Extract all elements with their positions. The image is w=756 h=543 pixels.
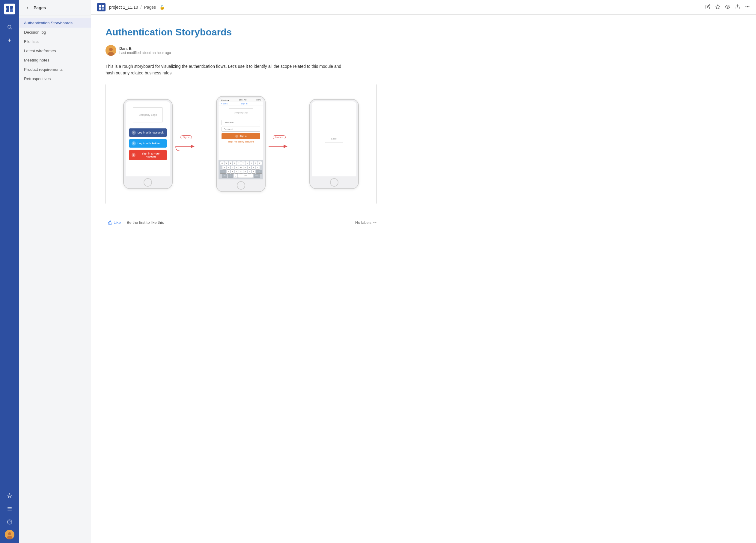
labels-edit-icon[interactable]: ✏ [373,220,377,225]
storyboard-container: Company Logo f Log in with Facebook t Lo… [106,84,377,204]
topbar-pages-link[interactable]: Pages [144,5,156,10]
phone2-company-logo: Company Logo [229,108,253,117]
svg-marker-30 [284,145,287,148]
key-c[interactable]: C [235,170,239,173]
key-e[interactable]: E [229,161,232,165]
first-like-text: Be the first to like this [127,220,164,225]
key-space[interactable]: space [238,174,253,177]
sidebar-item-file-lists[interactable]: File lists [19,37,91,46]
edit-page-icon[interactable] [705,4,710,10]
sidebar-item-retrospectives[interactable]: Retrospectives [19,74,91,83]
pin-icon[interactable] [4,490,15,501]
key-b[interactable]: B [243,170,247,173]
key-delete[interactable]: ⌫ [256,170,262,173]
twitter-icon: t [132,141,136,145]
svg-rect-16 [99,5,101,7]
key-shift[interactable]: ⇧ [220,170,226,173]
sidebar-item-latest-wireframes[interactable]: Latest wireframes [19,46,91,55]
key-t[interactable]: T [237,161,241,165]
key-q[interactable]: Q [220,161,224,165]
svg-point-21 [727,6,728,7]
pages-sidebar: Pages Authentication Storyboards Decisio… [19,0,91,543]
key-x[interactable]: X [231,170,234,173]
phone2-navbar: < Back Sign In [219,102,263,106]
key-j[interactable]: J [248,165,251,169]
topbar: project 1_11.10 / Pages 🔓 [91,0,756,15]
key-return[interactable]: return [254,174,260,177]
page-description: This is a rough storyboard for visualizi… [106,63,351,76]
key-i[interactable]: I [250,161,253,165]
svg-point-23 [746,6,746,7]
phone2-statusbar: Mosaic ☁ 12:51 AM 100% [219,98,263,102]
help-icon[interactable] [4,517,15,527]
phone2-password-input[interactable] [222,127,260,132]
back-button[interactable] [24,4,31,11]
svg-point-25 [749,6,749,7]
sidebar-item-decision-log[interactable]: Decision log [19,28,91,37]
key-g[interactable]: G [239,165,243,169]
pages-list: Authentication Storyboards Decision log … [19,16,91,86]
svg-rect-17 [102,5,104,7]
share-icon[interactable] [735,4,740,10]
key-n[interactable]: N [248,170,251,173]
phone2-home-button [237,181,245,189]
key-y[interactable]: Y [241,161,245,165]
star-icon[interactable] [715,4,720,10]
google-login-button[interactable]: G Sign in to Your Account [129,150,167,160]
svg-point-27 [109,48,113,51]
signin-btn-label: Sign in [240,135,246,137]
svg-line-5 [10,28,12,29]
facebook-login-button[interactable]: f Log in with Facebook [129,128,167,137]
key-f[interactable]: F [235,165,239,169]
svg-rect-1 [10,6,13,9]
key-r[interactable]: R [233,161,237,165]
svg-marker-29 [191,145,195,148]
like-button[interactable]: Like [106,219,123,226]
google-btn-label: Sign in to Your Account [137,152,164,158]
view-icon[interactable] [725,4,730,10]
key-123[interactable]: 123 [222,174,227,177]
key-w[interactable]: W [225,161,228,165]
phone2-content: Company Logo Sign in Help! I've lost my … [219,106,263,145]
key-s[interactable]: S [227,165,230,169]
list-icon[interactable] [4,503,15,514]
user-avatar[interactable] [5,530,14,539]
phone2-username-input[interactable] [222,120,260,125]
svg-rect-3 [10,9,13,12]
key-a[interactable]: A [222,165,226,169]
add-icon[interactable] [4,35,15,46]
app-logo[interactable] [4,4,15,14]
topbar-project-name[interactable]: project 1_11.10 [109,5,138,10]
arrow1-bubble: Sign in [180,135,192,139]
key-h[interactable]: H [243,165,247,169]
key-v[interactable]: V [239,170,243,173]
phone2-signin-button[interactable]: Sign in [222,133,260,139]
arrow1-connector [174,140,198,152]
pages-header: Pages [19,0,91,16]
twitter-login-button[interactable]: t Log in with Twitter [129,139,167,148]
key-m[interactable]: M [252,170,255,173]
key-d[interactable]: D [231,165,234,169]
key-o[interactable]: O [254,161,257,165]
key-k[interactable]: K [252,165,255,169]
back-link[interactable]: < Back [221,103,228,105]
key-comma[interactable]: , [234,174,237,177]
svg-rect-19 [102,7,104,10]
more-icon[interactable] [745,4,750,10]
search-icon[interactable] [4,22,15,32]
key-p[interactable]: P [258,161,262,165]
phone-3-products: Label [309,99,359,189]
key-l[interactable]: L [256,165,260,169]
key-u[interactable]: U [246,161,249,165]
svg-marker-20 [716,4,720,8]
topbar-actions [705,4,750,10]
sidebar-item-meeting-notes[interactable]: Meeting notes [19,55,91,65]
phone-1-screen: Company Logo f Log in with Facebook t Lo… [126,101,170,176]
key-emoji[interactable]: ☺ [228,174,233,177]
left-nav [0,0,19,543]
key-z[interactable]: Z [227,170,230,173]
sidebar-item-authentication-storyboards[interactable]: Authentication Storyboards [19,18,91,28]
phone-3-screen: Label [312,101,356,176]
sidebar-item-product-requirements[interactable]: Product requirements [19,65,91,74]
forgot-password-link[interactable]: Help! I've lost my password [228,141,254,143]
